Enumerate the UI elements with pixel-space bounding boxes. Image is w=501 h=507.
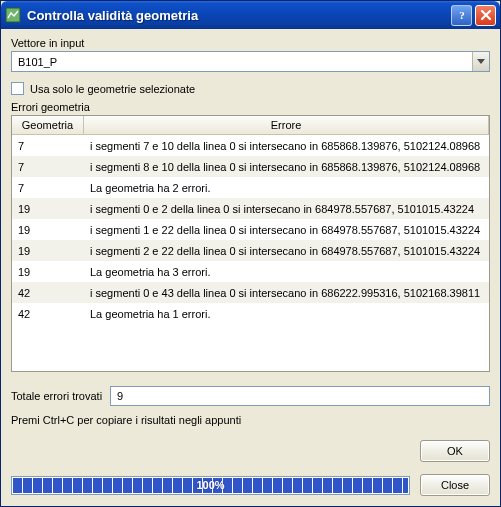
cell-error: i segmenti 0 e 2 della linea 0 si inters… [84,203,489,215]
cell-geometry: 19 [12,245,84,257]
cell-error: La geometria ha 1 errori. [84,308,489,320]
input-vector-label: Vettore in input [11,37,490,49]
window-close-button[interactable] [475,5,496,26]
cell-error: La geometria ha 2 errori. [84,182,489,194]
cell-geometry: 19 [12,266,84,278]
table-row[interactable]: 19 La geometria ha 3 errori. [12,261,489,282]
table-row[interactable]: 7 i segmenti 8 e 10 della linea 0 si int… [12,156,489,177]
table-row[interactable]: 19 i segmenti 2 e 22 della linea 0 si in… [12,240,489,261]
cell-error: i segmenti 0 e 43 della linea 0 si inter… [84,287,489,299]
client-area: Vettore in input B101_P Usa solo le geom… [1,29,500,506]
table-body: 7 i segmenti 7 e 10 della linea 0 si int… [12,135,489,371]
errors-table[interactable]: Geometria Errore 7 i segmenti 7 e 10 del… [11,115,490,372]
total-errors-value: 9 [117,390,123,402]
col-header-error[interactable]: Errore [84,116,489,134]
cell-error: La geometria ha 3 errori. [84,266,489,278]
errors-section-label: Errori geometria [11,101,490,113]
cell-error: i segmenti 8 e 10 della linea 0 si inter… [84,161,489,173]
total-label: Totale errori trovati [11,390,102,402]
only-selected-checkbox[interactable] [11,82,24,95]
dialog-window: Controlla validità geometria ? Vettore i… [0,0,501,507]
table-row[interactable]: 19 i segmenti 1 e 22 della linea 0 si in… [12,219,489,240]
ok-button[interactable]: OK [420,440,490,462]
cell-geometry: 19 [12,203,84,215]
close-button[interactable]: Close [420,474,490,496]
combo-dropdown-button[interactable] [472,52,489,71]
only-selected-label: Usa solo le geometrie selezionate [30,83,195,95]
help-button[interactable]: ? [451,5,472,26]
cell-error: i segmenti 1 e 22 della linea 0 si inter… [84,224,489,236]
table-header: Geometria Errore [12,116,489,135]
col-header-geometry[interactable]: Geometria [12,116,84,134]
total-errors-field[interactable]: 9 [110,386,490,406]
cell-geometry: 42 [12,308,84,320]
copy-hint: Premi Ctrl+C per copiare i risultati neg… [11,414,490,426]
table-row[interactable]: 7 i segmenti 7 e 10 della linea 0 si int… [12,135,489,156]
table-row[interactable]: 19 i segmenti 0 e 2 della linea 0 si int… [12,198,489,219]
chevron-down-icon [477,59,485,65]
cell-geometry: 19 [12,224,84,236]
cell-geometry: 42 [12,287,84,299]
table-row[interactable]: 42 La geometria ha 1 errori. [12,303,489,324]
cell-geometry: 7 [12,161,84,173]
cell-error: i segmenti 2 e 22 della linea 0 si inter… [84,245,489,257]
app-icon [5,7,21,23]
input-vector-value: B101_P [12,56,472,68]
svg-text:?: ? [459,9,465,21]
progress-text: 100% [196,479,224,491]
table-row[interactable]: 7 La geometria ha 2 errori. [12,177,489,198]
window-title: Controlla validità geometria [27,8,451,23]
cell-geometry: 7 [12,140,84,152]
progress-bar: 100% [11,476,410,495]
input-vector-combo[interactable]: B101_P [11,51,490,72]
titlebar: Controlla validità geometria ? [1,1,500,29]
cell-geometry: 7 [12,182,84,194]
cell-error: i segmenti 7 e 10 della linea 0 si inter… [84,140,489,152]
table-row[interactable]: 42 i segmenti 0 e 43 della linea 0 si in… [12,282,489,303]
